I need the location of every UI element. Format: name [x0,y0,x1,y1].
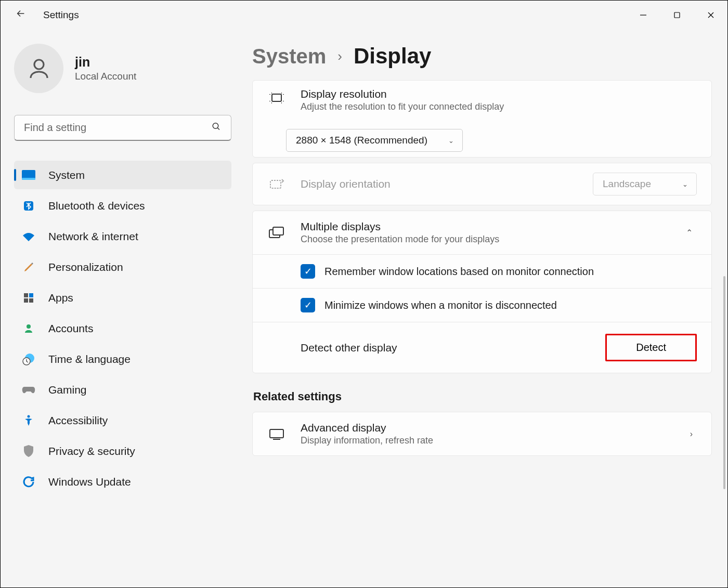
resolution-subtitle: Adjust the resolution to fit your connec… [301,101,697,112]
orientation-value: Landscape [603,178,651,190]
svg-point-4 [34,60,44,69]
chevron-down-icon: ⌄ [682,180,688,188]
wifi-icon [21,229,36,244]
remember-locations-label: Remember window locations based on monit… [324,266,594,278]
svg-rect-18 [272,94,281,101]
sidebar-item-personalization[interactable]: Personalization [14,253,231,281]
gamepad-icon [21,383,36,397]
sidebar-item-label: Accounts [48,322,93,335]
monitor-icon [267,427,286,441]
person-icon [21,321,36,336]
sidebar-item-system[interactable]: System [14,161,231,189]
minimize-windows-label: Minimize windows when a monitor is disco… [324,299,557,311]
maximize-button[interactable] [660,1,694,29]
profile-type: Local Account [75,71,136,82]
search-icon [212,122,221,134]
breadcrumb: System › Display [252,44,712,69]
svg-rect-13 [29,298,33,303]
sidebar-item-label: Apps [48,292,73,304]
svg-rect-19 [270,180,281,188]
resolution-title: Display resolution [301,88,697,100]
shield-icon [21,444,36,459]
svg-rect-12 [24,298,28,303]
chevron-right-icon: › [686,429,697,439]
profile-block[interactable]: jin Local Account [14,44,231,93]
detect-button[interactable]: Detect [605,334,697,361]
chevron-up-icon[interactable]: ⌃ [682,228,697,238]
sidebar-item-time[interactable]: Time & language [14,345,231,373]
system-icon [21,168,36,182]
sidebar-item-network[interactable]: Network & internet [14,222,231,251]
sidebar-item-update[interactable]: Windows Update [14,467,231,496]
back-button[interactable] [15,8,27,22]
orientation-dropdown: Landscape ⌄ [593,173,697,195]
clock-globe-icon [21,352,36,367]
sidebar-item-label: Privacy & security [48,445,135,458]
close-button[interactable] [694,1,727,29]
sidebar-item-label: Network & internet [48,230,138,243]
apps-icon [21,291,36,305]
display-orientation-card: Display orientation Landscape ⌄ [252,163,712,205]
svg-line-6 [217,128,219,130]
svg-rect-11 [29,293,33,297]
chevron-right-icon: › [337,48,342,64]
detect-label: Detect other display [301,342,397,354]
multiple-displays-card: Multiple displays Choose the presentatio… [252,211,712,373]
sidebar-item-accounts[interactable]: Accounts [14,314,231,343]
sidebar-item-label: Accessibility [48,414,108,427]
minimize-button[interactable] [626,1,660,29]
multiple-displays-header[interactable]: Multiple displays Choose the presentatio… [253,211,711,254]
advanced-display-card[interactable]: Advanced display Display information, re… [252,412,712,456]
orientation-title: Display orientation [301,178,578,190]
remember-locations-checkbox[interactable]: ✓ [301,264,315,279]
sidebar-item-label: Windows Update [48,476,131,488]
sidebar-item-label: Bluetooth & devices [48,200,145,212]
svg-rect-22 [270,429,283,438]
sidebar-item-label: Time & language [48,353,131,365]
breadcrumb-current: Display [354,44,431,69]
sidebar-item-gaming[interactable]: Gaming [14,375,231,404]
svg-point-17 [28,415,30,417]
app-title: Settings [43,9,79,21]
sidebar-item-privacy[interactable]: Privacy & security [14,437,231,465]
sidebar-item-label: System [48,169,85,181]
accessibility-icon [21,413,36,428]
multiple-displays-title: Multiple displays [301,220,667,233]
minimize-windows-row[interactable]: ✓ Minimize windows when a monitor is dis… [253,288,711,322]
advanced-display-title: Advanced display [301,422,671,434]
sidebar-item-apps[interactable]: Apps [14,283,231,312]
svg-rect-1 [674,12,680,18]
multiple-displays-icon [267,226,286,240]
search-input[interactable] [14,115,231,141]
scrollbar[interactable] [723,276,725,489]
sidebar-item-bluetooth[interactable]: Bluetooth & devices [14,191,231,220]
svg-point-14 [27,324,31,329]
sidebar-item-label: Personalization [48,261,123,273]
svg-rect-8 [22,178,35,180]
profile-name: jin [75,55,136,70]
orientation-icon [267,177,286,191]
display-resolution-card: Display resolution Adjust the resolution… [252,80,712,158]
breadcrumb-parent[interactable]: System [252,45,326,68]
resolution-icon [267,91,286,106]
multiple-displays-subtitle: Choose the presentation mode for your di… [301,234,667,245]
update-icon [21,475,36,489]
chevron-down-icon: ⌄ [448,137,454,145]
avatar [14,44,63,93]
minimize-windows-checkbox[interactable]: ✓ [301,298,315,312]
sidebar-item-label: Gaming [48,384,87,396]
brush-icon [21,260,36,275]
remember-locations-row[interactable]: ✓ Remember window locations based on mon… [253,254,711,288]
resolution-value: 2880 × 1548 (Recommended) [296,135,427,146]
resolution-dropdown[interactable]: 2880 × 1548 (Recommended) ⌄ [286,129,463,152]
advanced-display-subtitle: Display information, refresh rate [301,435,671,446]
sidebar-item-accessibility[interactable]: Accessibility [14,406,231,435]
svg-rect-10 [24,293,28,297]
related-settings-heading: Related settings [253,390,712,403]
svg-point-5 [213,123,218,129]
bluetooth-icon [21,199,36,213]
svg-rect-21 [273,227,283,235]
